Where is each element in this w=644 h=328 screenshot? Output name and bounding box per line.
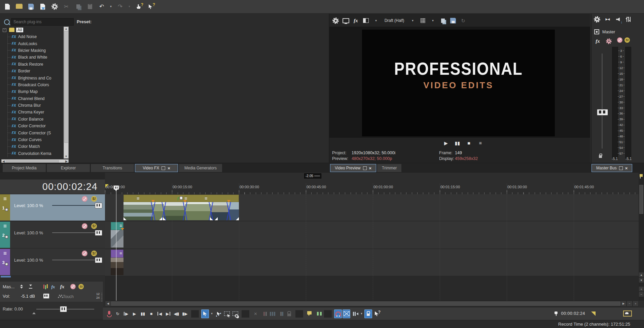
master-track-solo-icon[interactable]: S! bbox=[78, 284, 84, 289]
master-fader-handle[interactable] bbox=[597, 109, 608, 116]
whats-this-help-icon[interactable] bbox=[146, 2, 155, 11]
solo-icon[interactable]: S! bbox=[91, 251, 97, 256]
play-from-start-button[interactable]: ▶ bbox=[122, 309, 130, 318]
solo-icon[interactable]: S! bbox=[91, 223, 97, 229]
copy-icon[interactable] bbox=[73, 2, 83, 11]
auto-crossfades-button[interactable] bbox=[343, 309, 350, 318]
fade-handle[interactable] bbox=[210, 217, 213, 220]
scroll-right-icon[interactable]: ▶ bbox=[621, 301, 626, 306]
meters-view-icon[interactable] bbox=[40, 283, 48, 290]
playhead-marker[interactable] bbox=[114, 186, 119, 190]
paste-icon[interactable] bbox=[85, 2, 95, 11]
scroll-down-icon[interactable]: ▼ bbox=[639, 278, 644, 283]
master-track-header[interactable]: Mas... fx fx S! Vol: -5.1 dB Touch 12 24 bbox=[0, 281, 103, 302]
lock-fader-icon[interactable] bbox=[599, 155, 602, 158]
save-snapshot-icon[interactable] bbox=[449, 17, 457, 25]
master-mute-icon[interactable] bbox=[617, 37, 622, 43]
downmix-output-icon[interactable]: ▶◀ bbox=[603, 15, 612, 24]
interactive-tutorials-icon[interactable] bbox=[134, 2, 143, 11]
dock-window-icon[interactable] bbox=[162, 166, 165, 170]
go-to-end-button[interactable]: ▶ bbox=[164, 309, 172, 318]
fx-plugin-item[interactable]: FX Color Corrector bbox=[8, 123, 63, 129]
timecode-display[interactable]: 00:00:02:24 bbox=[0, 179, 105, 194]
track-resize-bar[interactable] bbox=[1, 276, 11, 277]
track-menu-icon[interactable]: ≡ bbox=[3, 251, 7, 256]
loop-region-icon[interactable]: ↻ bbox=[459, 17, 467, 25]
video-event-track2[interactable]: ≡ bbox=[111, 222, 123, 248]
tab-project-media[interactable]: Project Media × bbox=[3, 164, 46, 172]
fx-plugin-item[interactable]: FX Channel Blend bbox=[8, 95, 63, 102]
tab-master-bus[interactable]: Master Bus × bbox=[592, 164, 632, 172]
tab-video-preview[interactable]: Video Preview × bbox=[330, 164, 376, 172]
project-video-properties-icon[interactable] bbox=[331, 17, 340, 25]
tree-root-all[interactable]: − All bbox=[1, 27, 63, 33]
playhead-line[interactable] bbox=[116, 186, 116, 301]
fx-plugin-item[interactable]: FX Black and White bbox=[8, 54, 63, 61]
automation-fx-icon[interactable]: fx bbox=[49, 283, 57, 290]
external-monitor-status-icon[interactable] bbox=[623, 310, 632, 317]
fx-plugin-item[interactable]: FX Chroma Keyer bbox=[8, 109, 63, 116]
insert-region-button[interactable] bbox=[314, 309, 322, 318]
solo-icon[interactable]: S! bbox=[91, 196, 97, 202]
preview-stop-button[interactable]: ■ bbox=[465, 139, 473, 147]
pause-button[interactable]: ▮▮ bbox=[139, 309, 147, 318]
mute-icon[interactable] bbox=[82, 251, 87, 256]
edit-tool-dropdown-icon[interactable]: ▾ bbox=[210, 309, 214, 318]
video-event-track3[interactable]: ≡ bbox=[111, 250, 123, 275]
external-monitor-icon[interactable] bbox=[342, 17, 350, 25]
track-lane-3[interactable] bbox=[105, 249, 639, 276]
fx-plugin-item[interactable]: FX Border bbox=[8, 68, 63, 74]
audio-properties-icon[interactable] bbox=[593, 15, 601, 24]
event-menu-icon[interactable]: ≡ bbox=[205, 195, 208, 201]
lock-envelopes-button[interactable] bbox=[364, 309, 372, 318]
lock-event-button[interactable] bbox=[285, 309, 293, 318]
record-button[interactable] bbox=[105, 309, 113, 318]
video-event-group[interactable]: ≡ ƒ ≡ ≡ bbox=[123, 195, 239, 220]
scroll-thumb[interactable] bbox=[111, 301, 620, 306]
fx-plugin-item[interactable]: FX Color Curves bbox=[8, 136, 63, 143]
master-fader-track[interactable] bbox=[602, 54, 602, 149]
fx-plugin-item[interactable]: FX Color Match bbox=[8, 143, 63, 150]
fx-plugin-item[interactable]: FX Black Restore bbox=[8, 61, 63, 68]
track-menu-icon[interactable]: ≡ bbox=[3, 196, 7, 202]
event-menu-icon[interactable]: ≡ bbox=[137, 195, 140, 201]
zoom-edit-tool-button[interactable] bbox=[231, 309, 239, 318]
tab-transitions[interactable]: Transitions × bbox=[91, 164, 134, 172]
fade-handle[interactable] bbox=[159, 217, 162, 220]
trim-end-button[interactable] bbox=[269, 309, 276, 318]
level-slider-handle[interactable] bbox=[95, 257, 102, 263]
undo-icon[interactable]: ↶ bbox=[97, 2, 106, 11]
track-zoom-in-icon[interactable]: ＋ bbox=[639, 287, 644, 291]
split-screen-dropdown-icon[interactable]: ▾ bbox=[372, 17, 380, 25]
event-header[interactable]: ≡ ƒ ≡ ≡ bbox=[123, 195, 239, 202]
copy-snapshot-icon[interactable] bbox=[439, 17, 447, 25]
close-tab-icon[interactable]: × bbox=[168, 166, 170, 170]
timeline-hscrollbar[interactable]: ◀ ▶ − ＋ bbox=[105, 301, 639, 306]
dock-window-icon[interactable] bbox=[619, 166, 623, 170]
scroll-left-icon[interactable]: ◀ bbox=[105, 301, 111, 306]
fx-plugin-item[interactable]: FX Color Corrector (S bbox=[8, 129, 63, 136]
fade-handle[interactable] bbox=[163, 217, 166, 220]
ignore-event-grouping-button[interactable] bbox=[373, 309, 381, 318]
trim-start-button[interactable] bbox=[260, 309, 268, 318]
enable-snapping-button[interactable] bbox=[334, 309, 342, 318]
scroll-down-icon[interactable]: ▼ bbox=[64, 155, 68, 158]
redo-dropdown-icon[interactable]: ▾ bbox=[127, 2, 132, 11]
rate-slider[interactable] bbox=[36, 309, 94, 309]
track-zoom-out-icon[interactable]: − bbox=[639, 292, 644, 297]
selection-edit-tool-button[interactable] bbox=[223, 309, 231, 318]
slip-trim-button[interactable] bbox=[277, 309, 285, 318]
marker-tool-icon[interactable] bbox=[640, 174, 643, 177]
overlays-icon[interactable] bbox=[419, 17, 427, 25]
open-icon[interactable] bbox=[14, 2, 24, 11]
tab-trimmer[interactable]: Trimmer × bbox=[377, 164, 401, 172]
view-faders-icon[interactable] bbox=[624, 15, 633, 24]
preview-properties-button[interactable]: ≡ bbox=[476, 139, 484, 147]
next-frame-button[interactable]: ▮▶ bbox=[181, 309, 189, 318]
preview-pause-button[interactable]: ▮▮ bbox=[454, 139, 461, 147]
event-menu-icon[interactable]: ≡ bbox=[119, 250, 122, 256]
track-lane-2[interactable] bbox=[105, 222, 639, 248]
scroll-up-icon[interactable]: ▲ bbox=[639, 272, 644, 277]
dim-output-icon[interactable] bbox=[614, 15, 622, 24]
loop-playback-button[interactable]: ↻ bbox=[114, 309, 121, 318]
